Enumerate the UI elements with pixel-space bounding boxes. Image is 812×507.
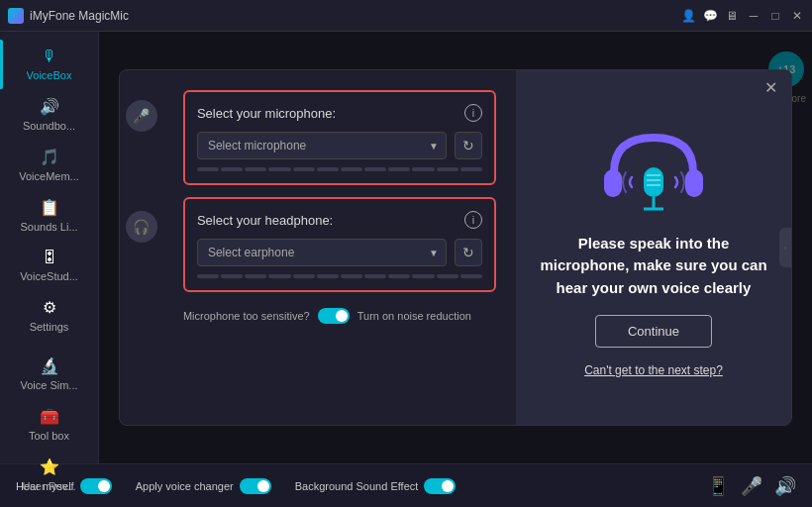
hp-level-11 [437, 274, 458, 278]
mic-level-bar [197, 167, 482, 171]
sensitivity-label: Microphone too sensitive? [183, 310, 310, 322]
svg-rect-0 [604, 169, 622, 197]
sidebar-item-sounds[interactable]: 📋 Sounds Li... [0, 190, 98, 241]
titlebar-left: iMyFone MagicMic [8, 8, 129, 24]
mic-select-label: Select your microphone: [197, 106, 336, 121]
mic-refresh-button[interactable]: ↻ [455, 132, 482, 159]
background-sound-label: Background Sound Effect [295, 480, 419, 492]
sounds-icon: 📋 [40, 198, 59, 217]
hp-level-2 [221, 274, 243, 278]
mic-level-2 [221, 167, 243, 171]
mic-level-6 [317, 167, 339, 171]
sensitivity-toggle[interactable] [318, 308, 350, 324]
modal-overlay: ✕ 🎤 🎧 Select your microphone: i [99, 32, 812, 463]
sidebar-item-voicebox[interactable]: 🎙 VoiceBox [0, 40, 98, 89]
headphone-select-row: Select earphone ▼ ↻ [197, 239, 482, 266]
mic-select-wrapper: Select microphone ▼ [197, 132, 447, 159]
soundboard-icon: 🔊 [40, 97, 59, 116]
headphone-device-icon: 🎧 [126, 211, 157, 243]
active-indicator [0, 40, 3, 89]
userrev-label: User Rev... [22, 480, 75, 492]
setup-modal: ✕ 🎤 🎧 Select your microphone: i [119, 69, 792, 426]
hp-level-4 [268, 274, 290, 278]
mic-level-7 [341, 167, 362, 171]
content-area: +13 More ✕ 🎤 🎧 [99, 32, 812, 463]
hp-level-6 [317, 274, 339, 278]
close-button[interactable]: ✕ [790, 9, 804, 23]
headphone-mic-illustration [594, 118, 713, 217]
headphone-info-icon[interactable]: i [464, 211, 482, 229]
modal-close-button[interactable]: ✕ [764, 80, 777, 96]
bottom-bar: Hear myself Apply voice changer Backgrou… [0, 463, 812, 507]
toolbox-label: Tool box [29, 430, 69, 442]
app-title: iMyFone MagicMic [30, 9, 129, 23]
user-icon[interactable]: 👤 [681, 9, 695, 23]
hp-level-3 [245, 274, 266, 278]
cant-get-link[interactable]: Can't get to the next step? [584, 363, 723, 377]
background-sound-toggle[interactable] [424, 478, 456, 494]
sidebar-item-settings[interactable]: ⚙ Settings [0, 290, 98, 341]
microphone-section: Select your microphone: i Select microph… [183, 90, 496, 185]
microphone-select[interactable]: Select microphone [197, 132, 447, 159]
modal-right-panel: Please speak into the microphone, make s… [516, 70, 791, 425]
sensitivity-row: Microphone too sensitive? Turn on noise … [183, 308, 496, 324]
continue-button[interactable]: Continue [595, 315, 712, 348]
voice-changer-label: Apply voice changer [136, 480, 234, 492]
voicestudio-label: VoiceStud... [20, 270, 78, 282]
mic-level-11 [437, 167, 458, 171]
monitor-icon[interactable]: 🖥 [725, 9, 739, 23]
headphone-section-header: Select your headphone: i [197, 211, 482, 229]
sidebar-item-tutorial[interactable]: 📖 Use Tutor... [0, 500, 98, 507]
headphone-select-label: Select your headphone: [197, 213, 333, 228]
voicemem-label: VoiceMem... [19, 170, 79, 182]
settings-label: Settings [30, 321, 69, 333]
minimize-button[interactable]: ─ [747, 9, 761, 23]
sidebar-item-voicemem[interactable]: 🎵 VoiceMem... [0, 140, 98, 190]
maximize-button[interactable]: □ [768, 9, 782, 23]
svg-rect-2 [644, 167, 663, 197]
instruction-text: Please speak into the microphone, make s… [536, 233, 771, 300]
toolbox-icon: 🧰 [40, 407, 59, 426]
voicebox-label: VoiceBox [27, 69, 72, 81]
svg-rect-1 [685, 169, 703, 197]
headphone-refresh-button[interactable]: ↻ [455, 239, 482, 266]
mic-level-9 [388, 167, 410, 171]
sidebar-item-toolbox[interactable]: 🧰 Tool box [0, 399, 98, 450]
voicestudio-icon: 🎛 [42, 249, 57, 266]
voice-changer-toggle[interactable] [240, 478, 271, 494]
sounds-label: Sounds Li... [20, 221, 77, 233]
mic-select-row: Select microphone ▼ ↻ [197, 132, 482, 159]
noise-reduction-label: Turn on noise reduction [357, 310, 471, 322]
voicebox-icon: 🎙 [42, 48, 57, 65]
bottom-right-icons: 📱 🎤 🔊 [707, 475, 796, 497]
hp-level-7 [341, 274, 362, 278]
scroll-indicator[interactable]: › [779, 228, 791, 267]
mic-section-header: Select your microphone: i [197, 104, 482, 122]
hp-level-8 [364, 274, 386, 278]
mic-level-5 [293, 167, 315, 171]
soundboard-label: Soundbo... [23, 120, 75, 132]
sidebar-item-voicestudio[interactable]: 🎛 VoiceStud... [0, 241, 98, 290]
mic-device-icon: 🎤 [126, 100, 157, 132]
voicesim-icon: 🔬 [40, 356, 59, 375]
mic-info-icon[interactable]: i [464, 104, 482, 122]
sidebar-item-soundboard[interactable]: 🔊 Soundbo... [0, 89, 98, 140]
hp-level-1 [197, 274, 219, 278]
mic-level-8 [364, 167, 386, 171]
phone-icon[interactable]: 📱 [707, 475, 729, 497]
chat-icon[interactable]: 💬 [703, 9, 717, 23]
hp-level-10 [412, 274, 434, 278]
mic-level-3 [245, 167, 266, 171]
sidebar: 🎙 VoiceBox 🔊 Soundbo... 🎵 VoiceMem... 📋 … [0, 32, 99, 463]
titlebar: iMyFone MagicMic 👤 💬 🖥 ─ □ ✕ [0, 0, 812, 32]
hear-myself-toggle[interactable] [80, 478, 112, 494]
sidebar-item-voicesim[interactable]: 🔬 Voice Sim... [0, 349, 98, 399]
titlebar-controls: 👤 💬 🖥 ─ □ ✕ [681, 9, 804, 23]
mic-icon[interactable]: 🎤 [741, 475, 762, 497]
mic-level-4 [268, 167, 290, 171]
userrev-icon: ⭐ [40, 457, 59, 476]
speaker-icon[interactable]: 🔊 [774, 475, 796, 497]
headphone-select[interactable]: Select earphone [197, 239, 447, 266]
hp-level-5 [293, 274, 315, 278]
voicesim-label: Voice Sim... [20, 379, 77, 391]
